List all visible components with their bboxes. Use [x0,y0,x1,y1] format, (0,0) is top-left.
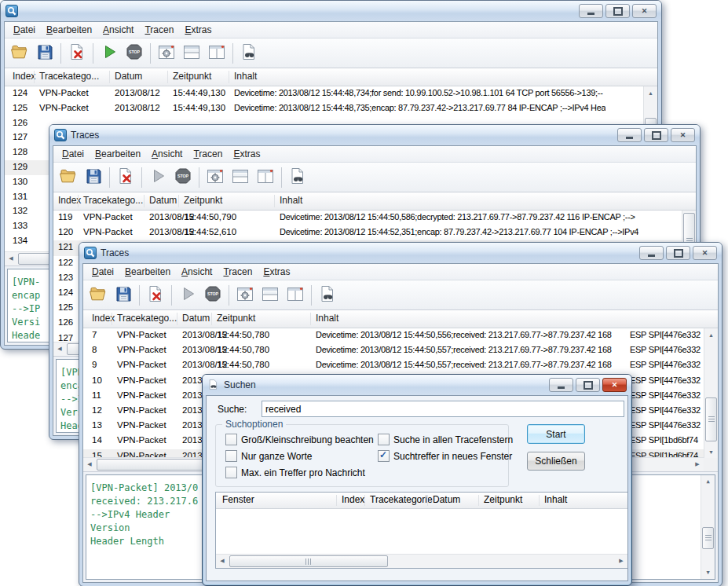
scrollbar-thumb[interactable] [705,397,717,441]
column-header-datum[interactable]: Datum [115,71,142,82]
column-header-zeitpunkt[interactable]: Zeitpunkt [217,313,255,324]
stop-trace-button[interactable]: STOP [201,284,225,307]
scroll-up-arrow[interactable]: ▲ [704,328,718,341]
column-header-datum[interactable]: Datum [149,195,177,206]
menu-item-datei[interactable]: Datei [57,147,90,161]
stop-trace-button[interactable]: STOP [123,42,146,65]
scrollbar-thumb[interactable] [702,527,714,549]
results-column-fenster[interactable]: Fenster [222,494,254,505]
split-horizontal-button[interactable] [258,284,282,307]
start-trace-button[interactable] [176,284,199,307]
minimize-button[interactable] [549,378,573,392]
menu-item-ansicht[interactable]: Ansicht [97,23,139,37]
menu-item-extras[interactable]: Extras [179,23,217,37]
split-vertical-button[interactable] [254,166,277,189]
column-header-datum[interactable]: Datum [182,313,210,324]
scroll-up-arrow[interactable]: ▲ [644,86,657,99]
results-column-index[interactable]: Index [342,494,364,505]
checkbox-option[interactable]: Max. ein Treffer pro Nachricht [225,467,365,478]
close-dialog-button[interactable]: Schließen [527,452,585,471]
column-header-tracekatego[interactable]: Tracekatego... [39,71,99,82]
trace-row[interactable]: 125VPN-Packet2013/08/1215:44:49,130Devic… [5,101,643,116]
results-horizontal-scrollbar[interactable]: ◀▶ [216,554,627,568]
column-header-inhalt[interactable]: Inhalt [234,71,257,82]
column-header-index[interactable]: Index [13,71,35,82]
start-trace-button[interactable] [146,166,170,189]
save-file-button[interactable] [112,284,135,307]
search-button[interactable] [286,166,309,189]
checkbox-checked-icon[interactable] [378,450,390,462]
column-header-zeitpunkt[interactable]: Zeitpunkt [184,195,222,206]
maximize-button[interactable] [666,246,690,260]
scroll-left-arrow[interactable]: ◀ [83,458,96,471]
scroll-left-arrow[interactable]: ◀ [5,252,17,265]
checkbox-option[interactable]: Groß/Kleinschreibung beachten [225,434,374,445]
maximize-button[interactable] [576,378,600,392]
checkbox-unchecked-icon[interactable] [378,434,390,445]
column-header-zeitpunkt[interactable]: Zeitpunkt [173,71,211,82]
delete-trace-button[interactable] [65,42,89,65]
menu-item-extras[interactable]: Extras [258,265,295,279]
trace-row[interactable]: 7VPN-Packet2013/08/1215:44:50,780Devicet… [83,328,704,343]
menu-item-bearbeiten[interactable]: Bearbeiten [41,23,97,37]
search-button[interactable] [237,42,261,65]
checkbox-unchecked-icon[interactable] [225,450,237,462]
results-column-tracekategorie[interactable]: Tracekategorie [370,494,433,505]
menu-item-ansicht[interactable]: Ansicht [146,147,188,161]
column-header-tracekatego[interactable]: Tracekatego... [83,195,143,206]
results-column-inhalt[interactable]: Inhalt [544,494,567,505]
start-button[interactable]: Start [527,424,585,444]
minimize-button[interactable] [639,246,664,260]
split-vertical-button[interactable] [284,284,307,307]
close-button[interactable]: ✕ [671,128,695,142]
checkbox-unchecked-icon[interactable] [225,467,237,478]
detail-vertical-scrollbar[interactable]: ▲▼ [701,475,715,579]
menu-item-tracen[interactable]: Tracen [218,265,258,279]
open-file-button[interactable] [86,284,110,307]
close-button[interactable]: ✕ [602,378,627,392]
trace-row[interactable]: 8VPN-Packet2013/08/1215:44:50,780Devicet… [83,343,704,358]
search-button[interactable] [316,284,339,307]
menu-item-tracen[interactable]: Tracen [139,23,179,37]
open-file-button[interactable] [8,42,31,65]
menu-item-datei[interactable]: Datei [8,23,41,37]
trace-window-options-button[interactable] [233,284,257,307]
search-input[interactable] [262,401,624,417]
checkbox-unchecked-icon[interactable] [225,434,237,445]
menu-item-tracen[interactable]: Tracen [188,147,228,161]
stop-trace-button[interactable]: STOP [171,166,195,189]
minimize-button[interactable] [617,128,642,142]
delete-trace-button[interactable] [114,166,137,189]
scroll-down-arrow[interactable]: ▼ [701,566,715,579]
scroll-down-arrow[interactable]: ▼ [704,445,718,458]
delete-trace-button[interactable] [144,284,167,307]
scroll-right-arrow[interactable]: ▶ [615,555,627,567]
menu-item-datei[interactable]: Datei [86,265,119,279]
menu-item-bearbeiten[interactable]: Bearbeiten [119,265,176,279]
column-header-tracekatego[interactable]: Tracekatego... [117,313,177,324]
close-button[interactable]: ✕ [632,4,657,18]
checkbox-option[interactable]: Suchtreffer in neues Fenster [378,450,512,462]
menu-item-extras[interactable]: Extras [228,147,265,161]
column-header-inhalt[interactable]: Inhalt [316,313,338,324]
save-file-button[interactable] [33,42,57,65]
split-horizontal-button[interactable] [180,42,203,65]
split-horizontal-button[interactable] [229,166,252,189]
scroll-left-arrow[interactable]: ◀ [53,342,66,355]
trace-row[interactable]: 124VPN-Packet2013/08/1215:44:49,130Devic… [5,86,643,101]
scroll-left-arrow[interactable]: ◀ [216,555,229,567]
checkbox-option[interactable]: Nur ganze Worte [225,450,313,462]
vertical-scrollbar[interactable]: ▲▼ [704,328,718,458]
results-column-zeitpunkt[interactable]: Zeitpunkt [484,494,522,505]
scroll-right-arrow[interactable]: ▶ [691,458,704,471]
maximize-button[interactable] [605,4,630,18]
scroll-up-arrow[interactable]: ▲ [701,475,715,488]
close-button[interactable]: ✕ [693,246,717,260]
trace-window-options-button[interactable] [203,166,227,189]
open-file-button[interactable] [57,166,80,189]
start-trace-button[interactable] [97,42,121,65]
scrollbar-thumb[interactable] [229,555,388,567]
checkbox-option[interactable]: Suche in allen Tracefenstern [378,434,513,445]
trace-row[interactable]: 9VPN-Packet2013/08/1215:44:50,780Devicet… [83,358,704,373]
results-column-datum[interactable]: Datum [433,494,460,505]
